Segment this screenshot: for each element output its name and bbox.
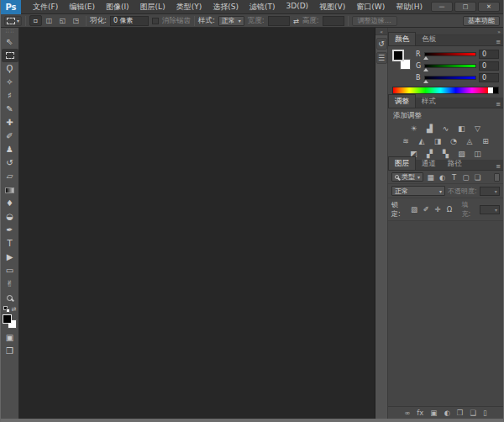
opacity-dropdown[interactable]: ▾ [480,187,500,196]
delete-layer-icon[interactable]: ▯ [483,409,487,417]
workspace-switcher-button[interactable]: 基本功能 [463,16,500,26]
hue-saturation-icon[interactable]: ≋ [401,136,412,145]
filter-toggle-switch[interactable] [494,173,500,182]
vibrance-icon[interactable]: ▽ [472,124,483,133]
layer-style-icon[interactable]: fx [417,409,423,417]
fill-dropdown[interactable]: ▾ [480,205,500,214]
crop-tool[interactable]: ♯ [2,89,18,103]
spectrum-gradient[interactable] [393,87,488,93]
menu-layer[interactable]: 图层(L) [135,0,171,14]
link-layers-icon[interactable]: ∞ [404,409,410,417]
slider-thumb[interactable] [423,68,428,71]
hand-tool[interactable]: ✌ [2,277,18,291]
filter-shape-layers-icon[interactable]: ▢ [461,173,470,182]
panel-menu-icon[interactable]: ≡ [496,101,503,108]
tab-paths[interactable]: 路径 [442,157,468,170]
levels-icon[interactable]: ▟ [424,124,435,133]
eraser-tool[interactable]: ▱ [2,170,18,183]
tab-channels[interactable]: 通道 [416,157,442,170]
brush-tool[interactable]: ✐ [2,129,18,143]
tab-styles[interactable]: 样式 [416,95,442,108]
layer-mask-icon[interactable]: ▣ [430,409,437,417]
red-slider[interactable] [424,52,476,56]
slider-thumb[interactable] [423,80,428,83]
filter-kind-dropdown[interactable]: 类型 ▾ [391,172,423,182]
style-dropdown[interactable]: 正常 ▾ [218,16,244,26]
dock-expand-header[interactable]: « [375,28,387,35]
add-to-selection-button[interactable]: ◫ [43,15,55,26]
menu-type[interactable]: 类型(Y) [171,0,207,14]
width-input[interactable] [268,16,290,26]
lock-all-icon[interactable]: Ω [444,205,454,214]
color-spectrum-bar[interactable] [392,87,499,94]
swap-dimensions-icon[interactable]: ⇄ [293,17,299,25]
panel-menu-icon[interactable]: ≡ [496,163,503,170]
toolbar-grip[interactable]: ∷ ∷ [6,29,14,34]
filter-smart-objects-icon[interactable]: ❏ [473,173,482,182]
canvas[interactable] [19,28,375,419]
spot-healing-brush-tool[interactable]: ✚ [2,116,18,129]
type-tool[interactable]: T [2,237,18,251]
rectangular-marquee-tool[interactable] [2,49,18,62]
tab-color[interactable]: 颜色 [388,32,416,45]
foreground-color-swatch[interactable] [392,50,404,61]
pen-tool[interactable]: ✒ [2,224,18,237]
menu-select[interactable]: 选择(S) [207,0,244,14]
lock-transparency-icon[interactable]: ▨ [410,205,419,214]
blue-value-input[interactable]: 0 [479,73,499,82]
height-input[interactable] [323,16,344,26]
blur-tool[interactable]: ♦ [2,197,18,210]
menu-image[interactable]: 图像(I) [101,0,134,14]
green-slider[interactable] [424,64,476,68]
lasso-tool[interactable]: Ϙ [2,62,18,76]
close-button[interactable]: ✕ [478,2,500,12]
dodge-tool[interactable]: ◒ [2,210,18,224]
feather-input[interactable]: 0 像素 [110,16,149,26]
quick-selection-tool[interactable]: ✧ [2,76,18,89]
menu-view[interactable]: 视图(V) [314,0,350,14]
menu-3d[interactable]: 3D(D) [281,0,313,14]
curves-icon[interactable]: ∿ [440,124,451,133]
panel-menu-icon[interactable]: ≡ [496,39,503,45]
move-tool[interactable]: ⇖ [2,35,18,49]
history-brush-tool[interactable]: ↺ [2,156,18,170]
slider-thumb[interactable] [423,56,428,60]
filter-type-layers-icon[interactable]: T [449,173,459,182]
layer-list[interactable] [388,221,503,407]
selective-color-icon[interactable]: ◫ [472,149,483,158]
rectangle-tool[interactable]: ▭ [2,264,18,277]
new-group-icon[interactable]: ❒ [457,409,464,417]
swap-colors-icon[interactable]: ⇄ [12,306,17,313]
lock-position-icon[interactable]: ✛ [433,205,443,214]
antialias-checkbox[interactable] [152,18,159,24]
new-layer-icon[interactable]: ❑ [470,409,476,417]
filter-pixel-layers-icon[interactable]: ▦ [426,173,435,182]
properties-panel-icon[interactable]: ☰ [376,52,387,64]
tab-layers[interactable]: 图层 [388,156,416,170]
subtract-from-selection-button[interactable]: ◱ [56,15,69,26]
color-lookup-icon[interactable]: ⊞ [480,136,491,145]
tab-swatches[interactable]: 色板 [416,33,442,45]
minimize-button[interactable]: — [431,2,453,12]
brightness-contrast-icon[interactable]: ☀ [408,124,419,133]
red-value-input[interactable]: 0 [479,50,499,59]
black-white-icon[interactable]: ◨ [433,136,444,145]
new-selection-button[interactable]: ▫ [29,15,42,26]
menu-edit[interactable]: 编辑(E) [64,0,100,14]
clone-stamp-tool[interactable]: ♟ [2,143,18,156]
tab-adjustments[interactable]: 调整 [388,94,416,108]
green-value-input[interactable]: 0 [479,61,499,71]
gradient-tool[interactable] [2,183,18,197]
history-panel-icon[interactable]: ↺ [376,38,387,50]
maximize-button[interactable]: □ [454,2,476,12]
channel-mixer-icon[interactable]: ◬ [465,136,475,145]
menu-help[interactable]: 帮助(H) [391,0,428,14]
quick-mask-button[interactable]: ▣ [2,331,18,345]
exposure-icon[interactable]: ◧ [456,124,467,133]
menu-filter[interactable]: 滤镜(T) [244,0,281,14]
tool-preset-picker[interactable]: ▾ [4,16,22,26]
default-colors-icon[interactable] [3,306,10,313]
zoom-tool[interactable] [2,291,18,304]
blend-mode-dropdown[interactable]: 正常 ▾ [391,186,445,196]
adjustment-layer-icon[interactable]: ◐ [444,409,449,417]
